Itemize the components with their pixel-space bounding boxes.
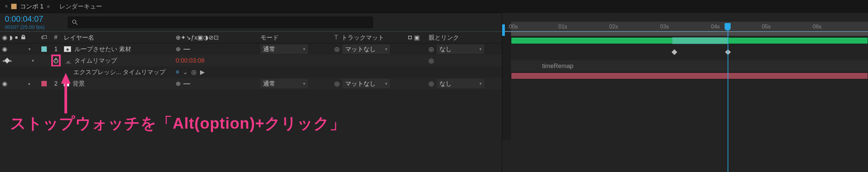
next-keyframe-icon[interactable]: ▸ <box>10 58 12 63</box>
tab-menu-icon[interactable]: ≡ <box>47 4 50 9</box>
expression-label[interactable]: エクスプレッシ... タイムリマップ <box>73 68 165 76</box>
col-number[interactable]: # <box>50 32 62 43</box>
parent-pickwhip-icon[interactable]: ◎ <box>429 80 434 87</box>
pickwhip-icon[interactable]: ◎ <box>334 45 340 53</box>
col-layer-name[interactable]: レイヤー名 <box>62 32 174 43</box>
col-switches[interactable]: ⊕✦↘ƒx▣◑⊘⊡ <box>174 32 258 43</box>
comp-tab-label: コンポ 1 <box>20 2 43 10</box>
layer-label-chip[interactable] <box>41 46 47 52</box>
playhead-line[interactable] <box>728 23 728 172</box>
svg-point-0 <box>73 20 76 23</box>
parent-pickwhip-icon[interactable]: ◎ <box>429 45 434 53</box>
time-remap-label[interactable]: タイムリマップ <box>74 57 117 65</box>
expression-enable-icon[interactable]: = <box>176 69 179 76</box>
add-keyframe-icon[interactable] <box>4 58 10 64</box>
pickwhip-icon[interactable]: ◎ <box>334 80 340 87</box>
time-ruler[interactable]: :00s01s02s03s04s05s06s <box>502 13 868 32</box>
twirl-icon[interactable]: ▾ <box>28 47 33 51</box>
ruler-tick: :00s <box>508 24 518 30</box>
ruler-tick: 03s <box>660 24 669 30</box>
quality-switch[interactable] <box>183 83 190 84</box>
visibility-toggle[interactable]: ◉ <box>2 45 7 53</box>
ruler-tick: 02s <box>609 24 618 30</box>
playhead-indicator[interactable] <box>725 23 731 30</box>
tag-icon[interactable]: 🏷︎ <box>41 34 47 41</box>
transform-switch[interactable]: ⊕ <box>176 45 181 53</box>
ruler-tick: 05s <box>762 24 771 30</box>
expr-pickwhip-icon[interactable]: ◎ <box>429 57 434 64</box>
solo-icon[interactable]: ● <box>15 34 18 41</box>
track-matte-dropdown[interactable]: マットなし▾ <box>342 79 390 88</box>
transform-switch[interactable]: ⊕ <box>176 80 181 87</box>
close-icon[interactable]: × <box>5 3 8 9</box>
blend-mode-dropdown[interactable]: 通常▾ <box>260 79 308 88</box>
search-icon <box>72 19 78 26</box>
comp-tab[interactable]: × コンポ 1 ≡ <box>5 2 50 10</box>
keyframe-diamond[interactable] <box>672 49 677 55</box>
expression-pickwhip-icon[interactable]: ◎ <box>191 68 197 76</box>
ruler-tick: 06s <box>813 24 822 30</box>
stopwatch-icon[interactable] <box>52 56 60 66</box>
time-remap-value[interactable]: 0:00:03:08 <box>176 57 204 64</box>
search-input[interactable] <box>68 17 373 28</box>
collapse-icon[interactable]: ▣ <box>414 34 420 41</box>
track-matte-dropdown[interactable]: マットなし▾ <box>342 44 390 54</box>
parent-dropdown[interactable]: なし▾ <box>437 44 484 54</box>
render-queue-label: レンダーキュー <box>59 2 102 10</box>
layer-name[interactable]: 背景 <box>73 80 85 88</box>
layer-name[interactable]: ループさせたい 素材 <box>75 45 131 53</box>
expression-graph-icon[interactable]: ⌄ <box>183 68 188 76</box>
audio-icon[interactable]: ◗ <box>9 34 13 41</box>
current-timecode[interactable]: 0:00:04:07 <box>5 14 68 24</box>
col-mode[interactable]: モード <box>258 32 332 43</box>
lock-icon[interactable]: 🔒︎ <box>20 34 26 41</box>
layer-thumbnail: ◉ <box>64 46 71 52</box>
work-area-bar[interactable] <box>511 32 868 36</box>
render-queue-tab[interactable]: レンダーキュー <box>59 2 102 10</box>
frame-and-fps[interactable]: 00107 (25.00 fps) <box>5 24 68 30</box>
col-track[interactable]: トラックマット <box>341 34 384 42</box>
quality-switch[interactable] <box>183 49 190 50</box>
parent-dropdown[interactable]: なし▾ <box>437 79 484 88</box>
comp-tab-swatch <box>11 4 17 9</box>
layer-label-chip[interactable] <box>41 81 47 86</box>
col-track-t[interactable]: T <box>334 34 338 41</box>
twirl-icon[interactable]: ▸ <box>28 81 33 86</box>
preserve-icon[interactable]: ◘ <box>408 34 412 41</box>
expression-text[interactable]: timeRemap <box>542 63 573 70</box>
expression-language-icon[interactable]: ▶ <box>200 68 205 76</box>
twirl-icon[interactable]: ▾ <box>32 58 36 63</box>
blend-mode-dropdown[interactable]: 通常▾ <box>260 44 308 54</box>
visibility-toggle[interactable]: ◉ <box>2 80 7 87</box>
visibility-icon[interactable]: ◉ <box>2 34 7 41</box>
ruler-tick: 04s <box>711 24 720 30</box>
annotation-text: ストップウォッチを「Alt(option)+クリック」 <box>10 113 346 134</box>
layer-number: 2 <box>50 78 62 89</box>
layer-in-out-range[interactable] <box>672 37 728 44</box>
layer-duration-bar[interactable] <box>511 72 868 79</box>
ruler-tick: 01s <box>558 24 567 30</box>
annotation-arrow <box>62 76 69 110</box>
timeline-area[interactable]: :00s01s02s03s04s05s06s timeRemap <box>502 13 868 172</box>
col-parent[interactable]: 親とリンク <box>427 32 505 43</box>
graph-toggle-icon[interactable]: ⌄ <box>66 57 71 64</box>
layer-number: 1 <box>50 43 62 55</box>
